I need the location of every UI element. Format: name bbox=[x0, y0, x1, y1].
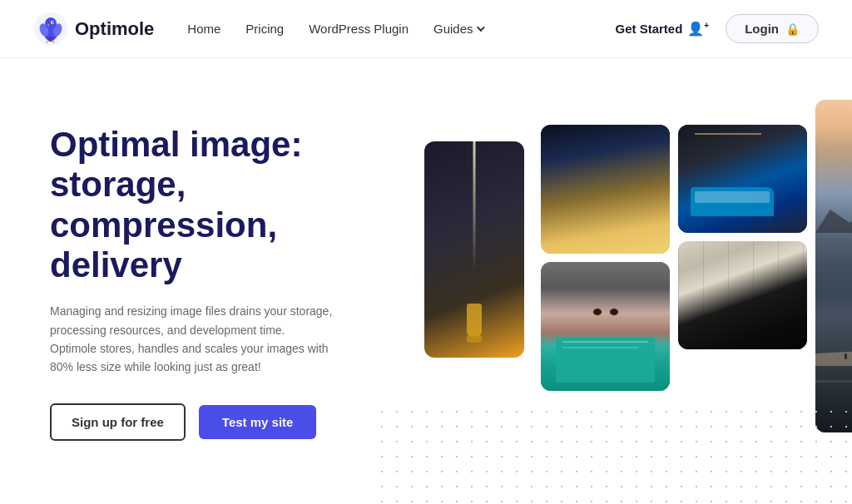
person-legs bbox=[467, 336, 482, 343]
chevron-down-icon bbox=[476, 23, 484, 32]
logo-text: Optimole bbox=[75, 18, 154, 40]
get-started-label: Get Started bbox=[615, 22, 682, 36]
eyes bbox=[589, 308, 622, 318]
person-figure bbox=[467, 304, 482, 337]
main-nav: Home Pricing WordPress Plugin Guides bbox=[187, 22, 615, 36]
hero-title: Optimal image: storage, compression, del… bbox=[50, 125, 399, 285]
figure-1 bbox=[845, 353, 847, 359]
svg-point-6 bbox=[52, 22, 54, 23]
light-beam bbox=[473, 141, 476, 271]
login-button[interactable]: Login 🔒 bbox=[726, 14, 819, 43]
photo-architecture bbox=[678, 241, 807, 349]
cta-buttons: Sign up for free Test my site bbox=[50, 403, 399, 441]
arch-lines bbox=[678, 241, 807, 349]
add-user-icon: 👤+ bbox=[687, 21, 709, 37]
hero-description: Managing and resizing image files drains… bbox=[50, 302, 333, 377]
site-header: Optimole Home Pricing WordPress Plugin G… bbox=[0, 0, 852, 58]
nav-guides[interactable]: Guides bbox=[433, 22, 483, 36]
eye-left bbox=[592, 308, 602, 316]
bus-windows bbox=[695, 191, 770, 203]
main-content: Optimal image: storage, compression, del… bbox=[0, 58, 852, 504]
get-started-link[interactable]: Get Started 👤+ bbox=[615, 21, 709, 37]
dots-background bbox=[374, 404, 852, 504]
ceiling-light bbox=[695, 133, 761, 135]
nav-wordpress-plugin[interactable]: WordPress Plugin bbox=[309, 22, 409, 36]
test-site-button[interactable]: Test my site bbox=[199, 405, 317, 439]
hero-section: Optimal image: storage, compression, del… bbox=[50, 108, 399, 441]
login-label: Login bbox=[745, 22, 779, 36]
image-collage bbox=[424, 108, 819, 504]
svg-point-4 bbox=[45, 17, 57, 29]
book-text-line bbox=[562, 341, 648, 343]
book-text-line2 bbox=[562, 347, 638, 348]
nav-pricing[interactable]: Pricing bbox=[245, 22, 284, 36]
logo-icon bbox=[33, 12, 68, 47]
transit-bg bbox=[678, 125, 807, 233]
header-actions: Get Started 👤+ Login 🔒 bbox=[615, 14, 819, 43]
photo-girl-reading bbox=[541, 262, 670, 391]
photo-person-light bbox=[424, 141, 524, 358]
logo[interactable]: Optimole bbox=[33, 12, 154, 47]
signup-button[interactable]: Sign up for free bbox=[50, 403, 186, 441]
lock-icon: 🔒 bbox=[785, 22, 800, 36]
building-overlay bbox=[541, 125, 670, 254]
photo-building bbox=[541, 125, 670, 254]
book-cover bbox=[556, 337, 655, 383]
nav-home[interactable]: Home bbox=[187, 22, 220, 36]
photo-transit bbox=[678, 125, 807, 233]
bus-silhouette bbox=[691, 187, 774, 216]
eye-right bbox=[609, 308, 619, 316]
photo-coastal bbox=[815, 100, 852, 432]
railway-line bbox=[815, 380, 852, 383]
coastal-bg bbox=[815, 100, 852, 432]
